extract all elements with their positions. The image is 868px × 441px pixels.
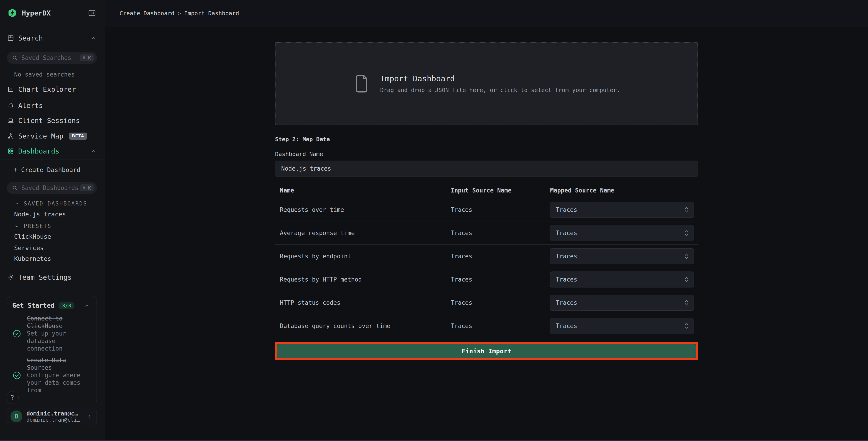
selector-icon (684, 206, 689, 213)
get-started-title: Get Started (12, 302, 55, 309)
sidebar-item-dashboards[interactable]: Dashboards (0, 146, 105, 156)
sidebar-section-search[interactable]: Search (0, 32, 105, 44)
saved-dashboards-input[interactable]: Saved Dashboards ⌘ K (7, 182, 97, 194)
breadcrumb-separator: > (178, 10, 181, 17)
topbar: Create Dashboard>Import Dashboard (105, 0, 868, 27)
section-label: PRESETS (24, 223, 52, 229)
get-started-task: Create Data Sources (27, 357, 66, 371)
user-profile[interactable]: D dominic.tran@c… dominic.tran@cli… (7, 408, 97, 425)
dashboard-name-input[interactable]: Node.js traces (275, 160, 698, 177)
user-name: dominic.tran@c… (26, 410, 87, 417)
input-source: Traces (451, 230, 550, 236)
breadcrumb-create-dashboard[interactable]: Create Dashboard (120, 10, 175, 17)
main-area: Create Dashboard>Import Dashboard Import… (105, 0, 868, 441)
bell-icon (7, 102, 14, 109)
get-started-item-sources[interactable]: Create Data Sources Configure where your… (12, 356, 92, 394)
chart-name: Requests by HTTP method (275, 276, 451, 283)
sidebar-item-alerts[interactable]: Alerts (0, 100, 105, 111)
chevron-right-icon (87, 413, 92, 419)
content: Import Dashboard Drag and drop a JSON fi… (105, 27, 868, 441)
sidebar-item-service-map[interactable]: Service Map BETA (0, 131, 105, 141)
mapped-source-select[interactable]: Traces (550, 318, 694, 334)
table-row: Average response time Traces Traces (275, 222, 698, 245)
section-label: SAVED DASHBOARDS (24, 201, 87, 207)
import-dropzone[interactable]: Import Dashboard Drag and drop a JSON fi… (275, 42, 698, 125)
sidebar-item-chart-explorer[interactable]: Chart Explorer (0, 84, 105, 94)
presets-section-header[interactable]: PRESETS (0, 223, 105, 230)
chart-name: Average response time (275, 230, 451, 236)
beta-badge: BETA (69, 133, 87, 140)
mapped-source-select[interactable]: Traces (550, 271, 694, 288)
input-source: Traces (451, 323, 550, 329)
saved-dashboards-section-header[interactable]: SAVED DASHBOARDS (0, 200, 105, 207)
selector-icon (684, 276, 689, 283)
table-row: Requests by HTTP method Traces Traces (275, 268, 698, 291)
saved-dashboards-placeholder: Saved Dashboards (22, 184, 80, 192)
search-section-label: Search (18, 34, 43, 42)
hierarchy-icon (7, 133, 14, 139)
dashboards-grid-icon (7, 148, 14, 154)
search-icon (12, 185, 18, 191)
get-started-description: Configure where your data comes from (27, 372, 81, 393)
preset-item-kubernetes[interactable]: Kubernetes (0, 254, 105, 264)
hyperdx-logo-icon (7, 8, 17, 18)
mapped-source-select[interactable]: Traces (550, 248, 694, 264)
gear-icon (7, 274, 14, 281)
input-source: Traces (451, 276, 550, 283)
saved-searches-input[interactable]: Saved Searches ⌘ K (7, 52, 97, 64)
mapped-source-select[interactable]: Traces (550, 225, 694, 241)
finish-import-button[interactable]: Finish Import (277, 344, 695, 358)
create-dashboard-button[interactable]: + Create Dashboard (0, 165, 105, 175)
chart-name: Database query counts over time (275, 323, 451, 329)
saved-searches-placeholder: Saved Searches (22, 54, 80, 61)
column-header-name: Name (275, 187, 451, 194)
sidebar-item-label: Chart Explorer (18, 85, 76, 93)
table-row: Requests by endpoint Traces Traces (275, 245, 698, 268)
mapped-source-select[interactable]: Traces (550, 202, 694, 218)
preset-item-services[interactable]: Services (0, 243, 105, 253)
chevron-up-icon (91, 148, 97, 154)
sidebar-item-label: Dashboards (18, 147, 59, 155)
chart-name: Requests over time (275, 206, 451, 213)
sidebar-item-client-sessions[interactable]: Client Sessions (0, 116, 105, 125)
selector-icon (684, 230, 689, 236)
avatar: D (10, 410, 22, 422)
selector-icon (684, 253, 689, 260)
chart-name: HTTP status codes (275, 299, 451, 306)
create-dashboard-label: Create Dashboard (21, 166, 81, 173)
sidebar-item-team-settings[interactable]: Team Settings (0, 272, 105, 282)
get-started-item-connect[interactable]: Connect to ClickHouse Set up your databa… (12, 315, 92, 352)
selector-icon (684, 299, 689, 306)
preset-item-clickhouse[interactable]: ClickHouse (0, 231, 105, 241)
app-title: HyperDX (22, 9, 51, 17)
sidebar-collapse-icon[interactable] (87, 8, 97, 18)
mapped-source-select[interactable]: Traces (550, 295, 694, 311)
breadcrumb: Create Dashboard>Import Dashboard (120, 10, 239, 17)
check-circle-icon (12, 371, 22, 380)
help-button[interactable]: ? (6, 391, 19, 404)
chart-name: Requests by endpoint (275, 253, 451, 260)
column-header-mapped-source: Mapped Source Name (550, 187, 698, 194)
plus-icon: + (14, 166, 18, 174)
get-started-description: Set up your database connection (27, 330, 66, 352)
step-label: Step 2: Map Data (275, 136, 698, 143)
sidebar-divider (0, 159, 105, 159)
file-icon (353, 73, 370, 94)
input-source: Traces (451, 299, 550, 306)
check-circle-icon (12, 329, 22, 338)
dropzone-title: Import Dashboard (380, 74, 620, 83)
search-board-icon (7, 35, 14, 41)
sidebar-item-label: Alerts (18, 101, 43, 110)
saved-dashboard-item[interactable]: Node.js traces (0, 209, 105, 219)
app-header: HyperDX (0, 7, 105, 19)
sidebar-item-label: Service Map (18, 132, 64, 140)
table-header: Name Input Source Name Mapped Source Nam… (275, 182, 698, 198)
shortcut-badge: ⌘ K (80, 184, 94, 192)
get-started-progress-badge: 3/3 (59, 302, 74, 309)
sidebar: HyperDX Search Saved Searches (0, 0, 105, 441)
chevron-down-icon (14, 224, 20, 229)
annotation-highlight-box: Finish Import (275, 342, 698, 360)
breadcrumb-import-dashboard: Import Dashboard (184, 10, 239, 17)
get-started-header[interactable]: Get Started 3/3 (12, 302, 92, 309)
chevron-up-icon (84, 303, 90, 308)
